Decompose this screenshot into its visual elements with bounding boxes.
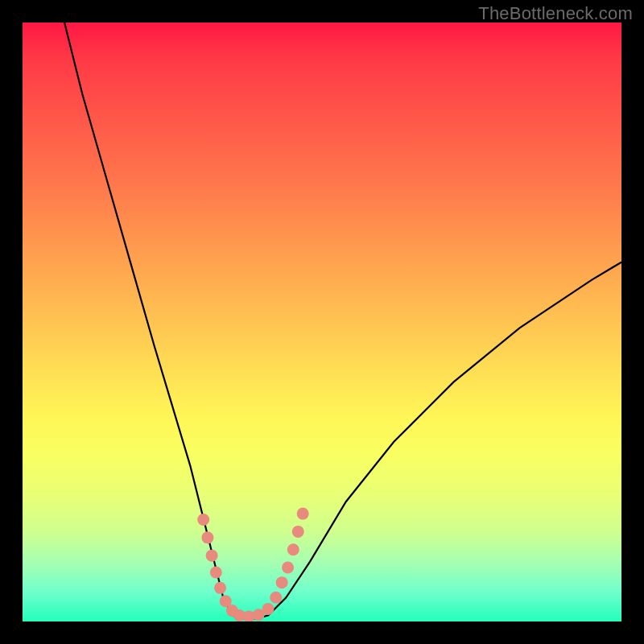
threshold-dot (297, 508, 309, 520)
threshold-dot (287, 543, 299, 555)
threshold-dot (214, 582, 226, 594)
threshold-dot (276, 576, 288, 588)
threshold-dot (262, 603, 275, 615)
plot-area (23, 23, 621, 621)
threshold-dot (206, 550, 218, 562)
bottleneck-curve (64, 23, 621, 618)
chart-svg (23, 23, 621, 621)
threshold-dot (201, 531, 213, 543)
threshold-dot (282, 562, 294, 574)
threshold-dot (270, 592, 282, 604)
threshold-dot (292, 526, 304, 538)
threshold-dot (197, 514, 209, 526)
threshold-dot (210, 566, 222, 578)
